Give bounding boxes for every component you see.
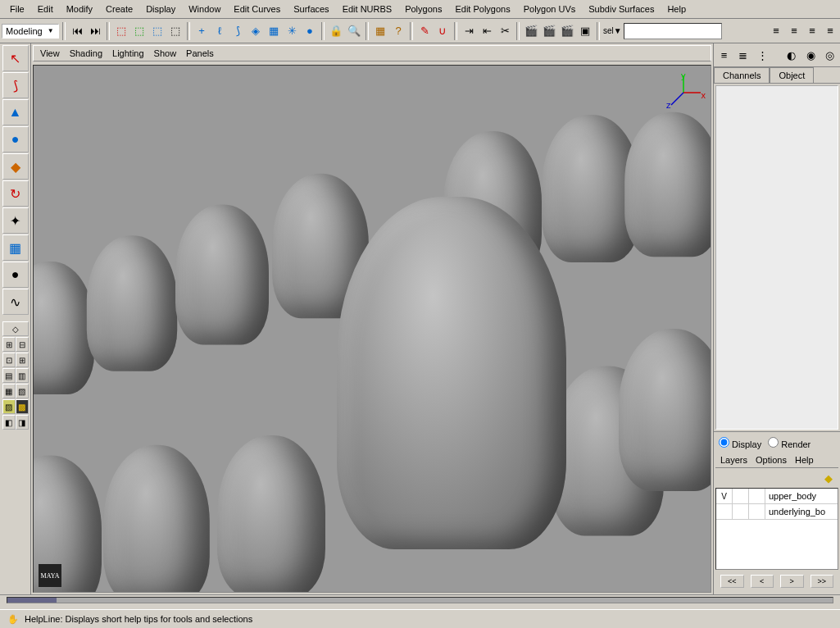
layer-color-swatch[interactable] [749,489,765,503]
sel-label[interactable]: sel▼ [603,26,622,35]
select-hierarchy-icon[interactable]: ⬚ [167,23,184,39]
menu-modify[interactable]: Modify [60,2,99,16]
panel-show[interactable]: Show [154,48,177,58]
menu-edit-nurbs[interactable]: Edit NURBS [336,2,399,16]
display-radio[interactable]: Display [719,437,761,449]
layer-vis-toggle[interactable]: V [716,489,733,503]
layer-row[interactable]: underlying_bo [716,504,838,520]
select-object-icon[interactable]: ⬚ [131,23,148,39]
menu-polygons[interactable]: Polygons [398,2,448,16]
panel-shading[interactable]: Shading [70,48,102,58]
channel-box[interactable] [715,85,838,430]
menu-help[interactable]: Help [661,2,692,16]
rotate-arrows-tool[interactable]: ↻ [2,180,29,207]
layout-two-v[interactable]: ⊡ [2,353,16,367]
layer-menu-layers[interactable]: Layers [720,455,747,465]
layout-c4[interactable]: ◨ [16,415,29,430]
layer-vis-toggle[interactable] [716,504,733,519]
selection-input[interactable] [624,23,722,39]
import-icon[interactable]: ⇥ [461,23,477,39]
lock-icon[interactable]: 🔒 [328,23,344,39]
menu-surfaces[interactable]: Surfaces [287,2,335,16]
menu-edit-curves[interactable]: Edit Curves [227,2,287,16]
layer-type-toggle[interactable] [733,504,749,519]
hierarchy-icon[interactable]: ⬚ [113,23,129,39]
layer-type-toggle[interactable] [733,489,749,503]
manipulator-tool[interactable]: ✦ [2,207,29,234]
clapboard-2-icon[interactable]: 🎬 [541,23,557,39]
isolate-wire-icon[interactable]: ◎ [822,46,838,64]
sphere-icon[interactable]: ● [302,23,318,39]
layout-persp[interactable]: ⊞ [16,353,29,367]
menu-polygon-uvs[interactable]: Polygon UVs [517,2,583,16]
add-icon[interactable]: + [193,23,210,39]
mode-dropdown[interactable]: Modeling [2,24,59,39]
layout-c2[interactable]: ▩ [16,399,29,414]
panel-view[interactable]: View [40,48,60,58]
clapboard-3-icon[interactable]: 🎬 [559,23,575,39]
layout-single[interactable]: ◇ [2,321,29,336]
range-end-button[interactable]: >> [810,575,834,588]
isolate-icon[interactable]: ◐ [783,46,799,64]
grid-icon[interactable]: ▦ [372,23,388,39]
particle-icon[interactable]: ✳ [284,23,300,39]
lasso-icon[interactable]: ⟆ [229,23,246,39]
cube-icon[interactable]: ◈ [247,23,264,39]
clapboard-1-icon[interactable]: 🎬 [523,23,539,39]
rotate-cone-tool[interactable]: ▲ [2,99,29,125]
layout-render[interactable]: ▧ [16,384,29,398]
menu-edit-polygons[interactable]: Edit Polygons [448,2,516,16]
layer-menu-options[interactable]: Options [756,455,787,465]
new-layer-icon[interactable]: ◆ [820,470,837,486]
paint-weights-tool[interactable]: ● [2,262,29,288]
tab-channels[interactable]: Channels [714,67,770,83]
menu-subdiv-surfaces[interactable]: Subdiv Surfaces [582,2,661,16]
menu-create[interactable]: Create [99,2,139,16]
move-sphere-tool[interactable]: ● [2,126,29,152]
range-next-button[interactable]: > [780,575,804,588]
layer-color-swatch[interactable] [749,504,765,519]
lattice-icon[interactable]: ▦ [266,23,282,39]
layer-menu-help[interactable]: Help [795,455,814,465]
layout-c3[interactable]: ◧ [2,415,16,430]
layer-row[interactable]: V upper_body [716,489,838,504]
attr-spread-icon[interactable]: ≣ [735,46,751,64]
range-start-button[interactable]: << [720,575,744,588]
playback-step-icon[interactable]: ⏭ [87,23,103,39]
range-slider[interactable] [7,597,833,603]
range-prev-button[interactable]: < [751,575,774,588]
curve-icon[interactable]: ℓ [211,23,228,39]
menu-display[interactable]: Display [139,2,182,16]
menu-edit[interactable]: Edit [31,2,60,16]
paint-icon[interactable]: ✎ [416,23,433,39]
menu-file[interactable]: File [3,2,31,16]
uv-grid-tool[interactable]: ▦ [2,234,29,261]
layout-hyper[interactable]: ▤ [2,368,16,383]
shelf-3-icon[interactable]: ≡ [804,23,820,39]
script-icon[interactable]: ✂ [497,23,513,39]
magnet-icon[interactable]: ∪ [434,23,451,39]
panel-lighting[interactable]: Lighting [112,48,144,58]
menu-window[interactable]: Window [182,2,227,16]
attr-channel-icon[interactable]: ⋮ [754,46,770,64]
lasso-tool[interactable]: ⟆ [2,72,29,98]
render-radio[interactable]: Render [768,437,810,449]
layout-two-h[interactable]: ⊟ [16,337,29,352]
layout-graph[interactable]: ▥ [16,368,29,383]
curve-draw-tool[interactable]: ∿ [2,289,29,315]
shelf-2-icon[interactable]: ≡ [786,23,802,39]
viewport-3d[interactable]: y x z MAYA [33,65,711,593]
panel-panels[interactable]: Panels [186,48,214,58]
help-icon[interactable]: ? [390,23,406,39]
select-arrow-tool[interactable]: ↖ [2,45,29,71]
layout-c1[interactable]: ▨ [2,399,16,414]
select-component-icon[interactable]: ⬚ [149,23,166,39]
scale-book-tool[interactable]: ◆ [2,153,29,180]
search-icon[interactable]: 🔍 [346,23,362,39]
tab-object[interactable]: Object [770,67,814,83]
time-slider[interactable] [0,594,840,609]
isolate-sphere-icon[interactable]: ◉ [803,46,819,64]
export-icon[interactable]: ⇤ [479,23,495,39]
layout-script[interactable]: ▦ [2,384,16,398]
layer-name[interactable]: underlying_bo [765,507,838,517]
